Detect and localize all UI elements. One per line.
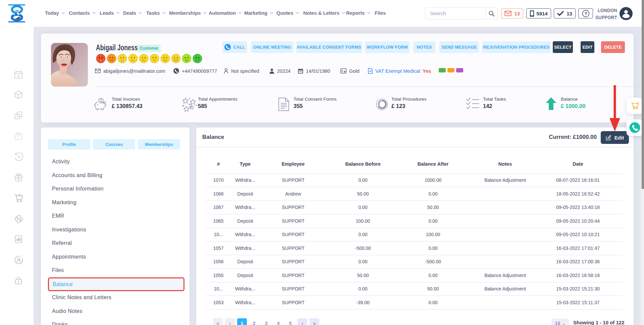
svg-text:12: 12 (17, 74, 20, 78)
